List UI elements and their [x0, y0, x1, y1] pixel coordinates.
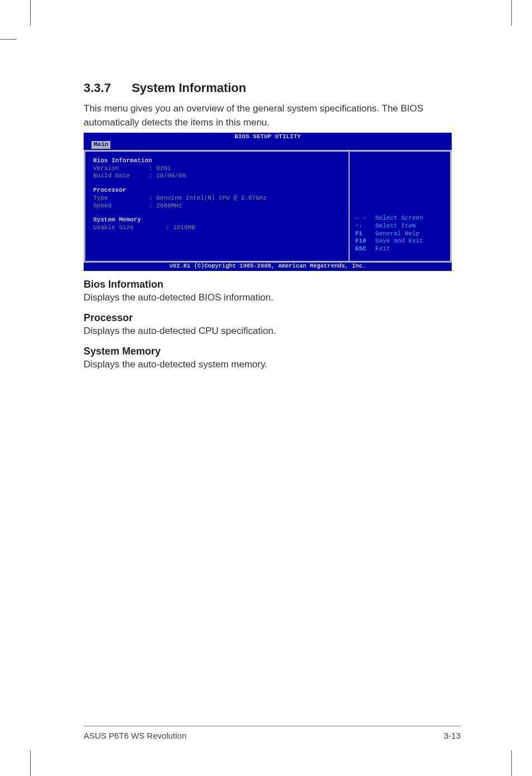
section-number: 3.3.7	[84, 81, 128, 95]
arrows-lr-icon: ← →	[355, 215, 375, 222]
footer-rule	[84, 726, 461, 726]
subtext-processor: Displays the auto-detected CPU specifica…	[84, 326, 461, 337]
bios-nav-row: F1 General Help	[355, 230, 444, 238]
subtext-system-memory: Displays the auto-detected system memory…	[84, 359, 461, 370]
bios-nav-label: General Help	[375, 230, 419, 238]
section-heading: 3.3.7 System Information	[84, 81, 461, 95]
bios-row: Build Date : 10/09/08	[93, 172, 341, 180]
bios-label: Build Date	[93, 172, 149, 180]
crop-mark	[30, 0, 31, 26]
bios-memory-block: System Memory Usable Size : 1016MB	[93, 216, 341, 232]
bios-nav-row: ↑↓ Select Item	[355, 222, 444, 230]
crop-mark	[511, 0, 512, 26]
crop-mark	[0, 39, 17, 40]
bios-nav-key: F1	[355, 230, 375, 238]
bios-header: BIOS SETUP UTILITY Main	[84, 133, 452, 150]
footer-row: ASUS P6T6 WS Revolution 3-13	[84, 731, 461, 740]
bios-value: : Genuine Intel(R) CPU @ 2.67GHz	[149, 195, 341, 202]
footer-product: ASUS P6T6 WS Revolution	[84, 731, 186, 740]
bios-nav-label: Select Item	[375, 222, 416, 230]
bios-nav-label: Save and Exit	[375, 237, 423, 245]
crop-mark	[30, 750, 31, 776]
bios-memory-heading: System Memory	[93, 216, 341, 224]
bios-value: : 10/09/08	[149, 172, 341, 180]
intro-paragraph: This menu gives you an overview of the g…	[84, 102, 461, 129]
bios-nav-legend: ← → Select Screen ↑↓ Select Item F1 Gene…	[355, 215, 444, 253]
bios-nav-row: ← → Select Screen	[355, 215, 444, 222]
subheading-bios-info: Bios Information	[84, 279, 461, 290]
page-footer: ASUS P6T6 WS Revolution 3-13	[84, 726, 461, 740]
bios-row: Usable Size : 1016MB	[93, 224, 341, 232]
bios-value: : 0201	[149, 165, 341, 173]
bios-row: Type : Genuine Intel(R) CPU @ 2.67GHz	[93, 195, 341, 202]
bios-nav-key: F10	[355, 237, 375, 245]
bios-row: Version : 0201	[93, 165, 341, 173]
bios-nav-label: Exit	[375, 245, 390, 253]
bios-left-pane: Bios Information Version : 0201 Build Da…	[85, 152, 350, 261]
bios-info-block: Bios Information Version : 0201 Build Da…	[93, 157, 341, 180]
bios-label: Version	[93, 165, 149, 173]
bios-value: : 2666MHz	[149, 202, 341, 210]
bios-label: Type	[93, 195, 149, 202]
crop-mark	[511, 750, 512, 776]
subtext-bios-info: Displays the auto-detected BIOS informat…	[84, 292, 461, 303]
bios-nav-row: F10 Save and Exit	[355, 237, 444, 245]
bios-processor-block: Processor Type : Genuine Intel(R) CPU @ …	[93, 187, 341, 210]
bios-body: Bios Information Version : 0201 Build Da…	[84, 150, 452, 263]
bios-screenshot: BIOS SETUP UTILITY Main Bios Information…	[84, 133, 452, 271]
bios-label: Usable Size	[93, 224, 166, 232]
bios-right-pane: ← → Select Screen ↑↓ Select Item F1 Gene…	[350, 152, 450, 261]
bios-tab-main: Main	[91, 141, 110, 149]
section-title: System Information	[132, 81, 246, 95]
footer-page-number: 3-13	[444, 731, 461, 740]
bios-nav-key: ESC	[355, 245, 375, 253]
bios-nav-row: ESC Exit	[355, 245, 444, 253]
bios-processor-heading: Processor	[93, 187, 341, 195]
arrows-ud-icon: ↑↓	[355, 222, 375, 230]
bios-title: BIOS SETUP UTILITY	[84, 133, 452, 141]
bios-nav-label: Select Screen	[375, 215, 423, 222]
bios-copyright: v02.61 (C)Copyright 1985-2008, American …	[84, 263, 452, 271]
subheading-processor: Processor	[84, 312, 461, 324]
bios-right-spacer	[355, 157, 444, 224]
subheading-system-memory: System Memory	[84, 346, 461, 357]
bios-label: Speed	[93, 202, 149, 210]
bios-row: Speed : 2666MHz	[93, 202, 341, 210]
page-content: 3.3.7 System Information This menu gives…	[84, 81, 461, 379]
bios-info-heading: Bios Information	[93, 157, 341, 165]
bios-value: : 1016MB	[166, 224, 341, 232]
